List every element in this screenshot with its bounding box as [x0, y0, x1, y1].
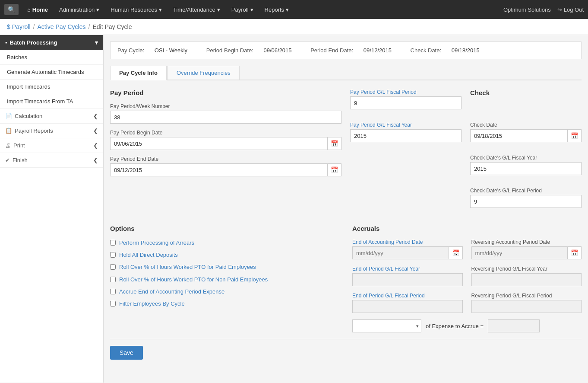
gl-fiscal-period-input[interactable] — [350, 96, 462, 109]
sidebar-item-payroll-reports[interactable]: 📋 Payroll Reports ❮ — [0, 124, 103, 138]
week-number-label: Pay Period/Week Number — [110, 103, 341, 109]
pay-cycle-key: Pay Cycle: — [117, 47, 144, 54]
expense-dropdown-wrapper: ▾ — [352, 319, 421, 332]
sidebar-item-finish[interactable]: ✔ Finish ❮ — [0, 153, 103, 168]
sidebar-item-generate-timecards[interactable]: Generate Automatic Timecards — [0, 65, 103, 80]
period-end-label: Period End Date: 09/12/2015 — [310, 47, 401, 54]
tab-override-frequencies-label: Override Frequencies — [177, 70, 231, 76]
checkbox-processing-arrears-label[interactable]: Perform Processing of Arrears — [119, 239, 194, 247]
batch-icon: ▪ — [5, 39, 7, 46]
nav-right-section: Optimum Solutions ↪ Log Out — [503, 6, 584, 13]
gl-fiscal-year-input[interactable] — [350, 129, 462, 142]
end-period-date-calendar-button[interactable]: 📅 — [449, 246, 463, 259]
home-label: Home — [32, 6, 48, 13]
reversing-gl-year-input[interactable] — [471, 273, 582, 286]
chevron-down-icon: ▾ — [250, 6, 253, 13]
checkbox-filter-employees-input[interactable] — [110, 301, 116, 306]
sidebar-item-import-timecards[interactable]: Import Timecards — [0, 80, 103, 94]
pay-cycle-value: OSI - Weekly — [155, 47, 187, 54]
reversing-date-wrapper: 📅 — [471, 246, 582, 259]
check-date-key: Check Date: — [411, 47, 442, 54]
time-attendance-label: Time/Attendance — [173, 6, 215, 13]
end-period-gl-period-group: End of Period G/L Fiscal Period — [352, 293, 463, 313]
check-gl-year-input[interactable] — [470, 162, 582, 175]
expense-value-input[interactable] — [488, 319, 540, 332]
reversing-date-calendar-button[interactable]: 📅 — [567, 246, 582, 259]
checkbox-accrue-expense-label[interactable]: Accrue End of Accounting Period Expense — [119, 288, 224, 296]
begin-date-input[interactable] — [110, 137, 327, 150]
sidebar-item-batches[interactable]: Batches — [0, 50, 103, 65]
tabs-container: Pay Cycle Info Override Frequencies — [110, 66, 582, 80]
expense-dropdown[interactable] — [352, 319, 421, 332]
checkbox-rollover-paid-input[interactable] — [110, 264, 116, 270]
print-icon: 🖨 — [5, 142, 11, 149]
begin-date-group: Pay Period Begin Date 📅 — [110, 130, 341, 150]
end-date-input[interactable] — [110, 163, 327, 176]
options-accruals-container: Options Perform Processing of Arrears Ho… — [110, 225, 582, 332]
checkbox-filter-employees: Filter Employees By Cycle — [110, 300, 339, 308]
save-button[interactable]: Save — [110, 346, 143, 360]
expense-label: of Expense to Accrue = — [426, 323, 484, 329]
sidebar-item-print[interactable]: 🖨 Print ❮ — [0, 138, 103, 153]
checkbox-hold-deposits-input[interactable] — [110, 252, 116, 258]
period-begin-key: Period Begin Date: — [206, 47, 253, 54]
logout-icon: ↪ — [557, 6, 562, 13]
tab-pay-cycle-info[interactable]: Pay Cycle Info — [110, 66, 167, 80]
chevron-down-icon: ▾ — [96, 6, 99, 13]
batches-label: Batches — [7, 54, 27, 61]
breadcrumb-current-page: Edit Pay Cycle — [92, 23, 132, 30]
nav-administration[interactable]: Administration ▾ — [54, 4, 104, 16]
collapse-icon: ▾ — [95, 39, 98, 46]
checkbox-rollover-nonpaid-input[interactable] — [110, 277, 116, 282]
begin-date-calendar-button[interactable]: 📅 — [327, 137, 341, 150]
period-end-key: Period End Date: — [310, 47, 353, 54]
import-timecards-label: Import Timecards — [7, 83, 50, 90]
end-date-calendar-button[interactable]: 📅 — [327, 163, 341, 176]
check-gl-period-input[interactable] — [470, 195, 582, 208]
nav-human-resources[interactable]: Human Resources ▾ — [105, 4, 167, 16]
logout-label: Log Out — [564, 6, 584, 13]
checkbox-processing-arrears-input[interactable] — [110, 240, 116, 246]
logout-button[interactable]: ↪ Log Out — [557, 6, 584, 13]
end-period-gl-year-input[interactable] — [352, 273, 463, 286]
sidebar-item-import-timecards-ta[interactable]: Import Timecards From TA — [0, 94, 103, 109]
sidebar-item-calculation[interactable]: 📄 Calculation ❮ — [0, 109, 103, 124]
period-end-value: 09/12/2015 — [364, 47, 392, 54]
end-period-gl-period-input[interactable] — [352, 300, 463, 313]
breadcrumb-payroll-link[interactable]: $ Payroll — [7, 23, 31, 30]
gl-fiscal-year-label: Pay Period G/L Fiscal Year — [350, 122, 462, 128]
end-period-date-input[interactable] — [352, 246, 449, 259]
breadcrumb-active-cycles-link[interactable]: Active Pay Cycles — [37, 23, 85, 30]
check-gl-period-label: Check Date's G/L Fiscal Period — [470, 188, 582, 194]
checkbox-accrue-expense-input[interactable] — [110, 289, 116, 294]
home-icon: ⌂ — [27, 6, 31, 13]
nav-reports[interactable]: Reports ▾ — [259, 4, 294, 16]
check-date-calendar-button[interactable]: 📅 — [567, 129, 582, 142]
checkbox-hold-deposits-label[interactable]: Hold All Direct Deposits — [119, 251, 178, 259]
reversing-date-input[interactable] — [471, 246, 568, 259]
checkbox-rollover-paid-label[interactable]: Roll Over % of Hours Worked PTO for Paid… — [119, 263, 256, 271]
reversing-gl-period-input[interactable] — [471, 300, 582, 313]
end-period-date-label: End of Accounting Period Date — [352, 239, 463, 245]
calculation-label: Calculation — [15, 113, 42, 119]
nav-payroll[interactable]: Payroll ▾ — [226, 4, 259, 16]
nav-home[interactable]: ⌂ Home — [22, 4, 53, 16]
human-resources-label: Human Resources — [111, 6, 157, 13]
week-number-input[interactable] — [110, 111, 341, 124]
tab-override-frequencies[interactable]: Override Frequencies — [168, 66, 240, 80]
options-title: Options — [110, 225, 339, 232]
checkbox-rollover-nonpaid-label[interactable]: Roll Over % of Hours Worked PTO for Non … — [119, 276, 268, 284]
company-name: Optimum Solutions — [503, 6, 551, 13]
reports-label: Reports — [265, 6, 285, 13]
checkbox-rollover-paid: Roll Over % of Hours Worked PTO for Paid… — [110, 263, 339, 271]
chevron-down-icon: ▾ — [217, 6, 220, 13]
check-date-input[interactable] — [470, 129, 567, 142]
checkbox-filter-employees-label[interactable]: Filter Employees By Cycle — [119, 300, 185, 308]
end-date-group: Pay Period End Date 📅 — [110, 156, 341, 176]
sidebar-section-header[interactable]: ▪ Batch Processing ▾ — [0, 35, 103, 50]
breadcrumb-active-cycles-label: Active Pay Cycles — [37, 23, 85, 30]
search-button[interactable]: 🔍 — [4, 4, 19, 15]
nav-time-attendance[interactable]: Time/Attendance ▾ — [168, 4, 225, 16]
week-number-group: Pay Period/Week Number — [110, 103, 341, 124]
breadcrumb-payroll-label: Payroll — [12, 23, 31, 30]
